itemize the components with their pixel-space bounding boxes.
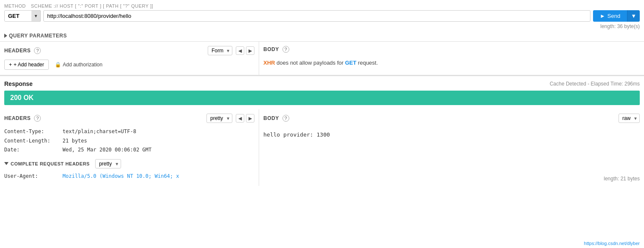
query-params-label: QUERY PARAMETERS <box>9 33 67 39</box>
response-headers-title: HEADERS <box>4 115 31 121</box>
nav-prev-button[interactable]: ◀ <box>236 46 244 55</box>
nav-next-button[interactable]: ▶ <box>246 46 254 55</box>
response-body-title: BODY <box>263 115 279 121</box>
xhr-link: XHR <box>263 60 275 66</box>
request-body-panel: BODY ? XHR does not allow payloads for G… <box>259 42 644 75</box>
request-headers-title: HEADERS <box>4 48 31 54</box>
body-message-suffix: request. <box>358 60 378 66</box>
labels-row: METHOD SCHEME :// HOST [ ":" PORT ] [ PA… <box>4 3 640 9</box>
headers-help-icon[interactable]: ? <box>34 47 41 54</box>
body-message-text: does not allow payloads for <box>277 60 345 66</box>
send-dropdown-button[interactable]: ▼ <box>627 10 640 22</box>
response-nav-arrows: ◀ ▶ <box>236 114 254 123</box>
response-nav-prev-button[interactable]: ◀ <box>236 114 244 123</box>
response-title: Response <box>4 80 33 87</box>
add-header-label: + Add header <box>14 62 44 68</box>
complete-headers-pretty-select[interactable]: pretty <box>95 159 121 168</box>
url-length-info: length: 36 byte(s) <box>4 23 640 31</box>
query-params-collapse-icon <box>4 34 7 38</box>
request-headers-header: HEADERS ? Form ▼ ◀ ▶ <box>4 46 254 55</box>
header-row-date: Date: Wed, 25 Mar 2020 00:06:02 GMT <box>4 145 254 155</box>
user-agent-row: User-Agent: Mozilla/5.0 (Windows NT 10.0… <box>4 172 254 181</box>
query-params-row[interactable]: QUERY PARAMETERS <box>4 31 640 41</box>
body-help-icon[interactable]: ? <box>282 46 289 53</box>
response-nav-next-button[interactable]: ▶ <box>246 114 254 123</box>
response-section: Response Cache Detected - Elapsed Time: … <box>0 76 644 109</box>
pretty-select-wrapper: pretty ▼ <box>206 114 232 123</box>
response-body-content: hello provider: 1300 <box>263 127 640 142</box>
nav-arrows: ◀ ▶ <box>236 46 254 55</box>
header-val-content-type: text/plain;charset=UTF-8 <box>62 128 136 134</box>
user-agent-key: User-Agent: <box>4 172 59 181</box>
request-headers-panel: HEADERS ? Form ▼ ◀ ▶ + + Add header 🔒 Ad… <box>0 42 259 75</box>
request-section: METHOD SCHEME :// HOST [ ":" PORT ] [ PA… <box>0 0 644 42</box>
scheme-label: SCHEME :// HOST [ ":" PORT ] [ PATH [ "?… <box>31 3 640 9</box>
header-row-content-type: Content-Type: text/plain;charset=UTF-8 <box>4 127 254 137</box>
get-link: GET <box>345 60 356 66</box>
raw-select[interactable]: raw <box>619 114 640 123</box>
response-headers-help-icon[interactable]: ? <box>34 115 41 122</box>
send-btn-wrapper: ► Send ▼ <box>593 10 640 22</box>
method-dropdown-arrow-icon[interactable]: ▼ <box>31 10 41 22</box>
request-hb-section: HEADERS ? Form ▼ ◀ ▶ + + Add header 🔒 Ad… <box>0 42 644 76</box>
raw-select-wrapper: raw ▼ <box>619 114 640 123</box>
request-body-header: BODY ? <box>263 46 640 53</box>
header-key-content-type: Content-Type: <box>4 127 59 137</box>
response-hb-section: HEADERS ? pretty ▼ ◀ ▶ Content-Type: tex… <box>0 109 644 186</box>
response-body-header: BODY ? raw ▼ <box>263 114 640 123</box>
plus-icon: + <box>9 62 12 68</box>
method-select-wrapper: GET POST PUT DELETE PATCH ▼ <box>4 10 41 22</box>
status-bar: 200 OK <box>4 91 640 105</box>
send-button[interactable]: ► Send <box>593 10 627 22</box>
cache-info: Cache Detected - Elapsed Time: 296ms <box>550 81 640 87</box>
complete-headers-toggle[interactable]: COMPLETE REQUEST HEADERS pretty ▼ <box>4 159 254 168</box>
response-body-help-icon[interactable]: ? <box>282 115 289 122</box>
header-val-content-length: 21 bytes <box>62 138 87 144</box>
response-header-row: Response Cache Detected - Elapsed Time: … <box>4 80 640 87</box>
add-auth-label: Add authorization <box>63 62 102 68</box>
response-headers-header: HEADERS ? pretty ▼ ◀ ▶ <box>4 114 254 123</box>
method-label: METHOD <box>4 3 26 9</box>
send-icon: ► <box>600 13 605 19</box>
form-select[interactable]: Form <box>208 46 232 55</box>
method-url-row: GET POST PUT DELETE PATCH ▼ ► Send ▼ <box>4 10 640 22</box>
lock-icon: 🔒 <box>55 62 61 68</box>
body-message: XHR does not allow payloads for GET requ… <box>263 57 640 68</box>
complete-headers-collapse-icon <box>4 162 8 165</box>
response-headers-panel: HEADERS ? pretty ▼ ◀ ▶ Content-Type: tex… <box>0 109 259 186</box>
header-val-date: Wed, 25 Mar 2020 00:06:02 GMT <box>62 147 152 153</box>
header-row-content-length: Content-Length: 21 bytes <box>4 137 254 146</box>
form-select-wrapper: Form ▼ <box>208 46 232 55</box>
url-input[interactable] <box>43 10 590 22</box>
header-key-content-length: Content-Length: <box>4 137 59 146</box>
send-label: Send <box>607 13 620 19</box>
request-body-title: BODY <box>263 46 279 52</box>
complete-headers-label: COMPLETE REQUEST HEADERS <box>11 161 90 166</box>
response-headers-data: Content-Type: text/plain;charset=UTF-8 C… <box>4 127 254 155</box>
header-key-date: Date: <box>4 145 59 155</box>
add-authorization-button[interactable]: 🔒 Add authorization <box>52 60 105 69</box>
user-agent-val: Mozilla/5.0 (Windows NT 10.0; Win64; x <box>62 173 179 179</box>
add-header-row: + + Add header 🔒 Add authorization <box>4 60 254 70</box>
response-body-panel: BODY ? raw ▼ hello provider: 1300 length… <box>259 109 644 186</box>
pretty-select[interactable]: pretty <box>206 114 232 123</box>
add-header-button[interactable]: + + Add header <box>4 60 49 70</box>
response-length: length: 21 bytes <box>604 176 640 182</box>
complete-headers-pretty-wrapper: pretty ▼ <box>95 159 121 168</box>
